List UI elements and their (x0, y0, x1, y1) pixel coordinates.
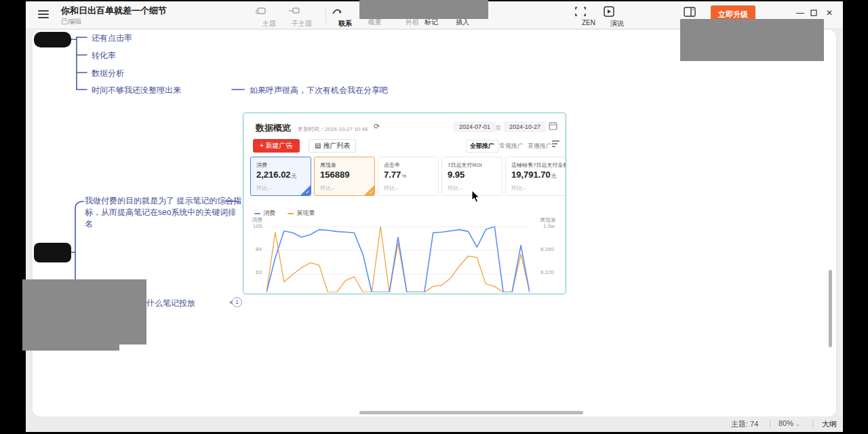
date-start-field[interactable]: 2024-07-01 (454, 121, 496, 132)
relation-arrow-icon (330, 5, 360, 18)
redaction-box-bottom-left-strip (22, 344, 119, 351)
right-tick-1w: 1.0w (543, 223, 555, 229)
list-grid-icon: ▤ (315, 142, 321, 149)
collapsed-count-badge[interactable]: 1 (232, 297, 242, 307)
zoom-value: 80% (778, 419, 793, 427)
mindmap-node-redacted-2[interactable] (34, 243, 71, 262)
zen-mode-button[interactable]: ZEN (574, 5, 604, 26)
toolbar-marker-label[interactable]: 标记 (425, 18, 438, 27)
legend-dash-blue (254, 213, 260, 214)
date-separator: 至 (496, 124, 501, 132)
metric-compare: 环比-- (320, 184, 334, 192)
chart-legend: 消费 展现量 (254, 205, 324, 218)
mindmap-node-redacted-1[interactable] (34, 32, 71, 47)
vertical-scrollbar[interactable] (829, 270, 832, 347)
mindmap-note-paid-purpose[interactable]: 我做付费的目的就是为了 提示笔记的综合指标，从而提高笔记在seo系统中的关键词排… (85, 195, 242, 230)
metric-card-ctr[interactable]: 点击率 7.77% 环比-- (378, 157, 439, 196)
check-icon: ✓ (369, 189, 374, 195)
horizontal-scrollbar[interactable] (359, 411, 583, 414)
promo-list-label: 推广列表 (323, 142, 350, 149)
toolbar-subtopic-button[interactable]: 子主题 (287, 5, 317, 28)
toolbar-subtopic-label: 子主题 (292, 20, 312, 27)
mindmap-child-analysis[interactable]: 数据分析 (92, 68, 124, 79)
metric-unit: 元 (292, 173, 297, 179)
statusbar-divider (770, 420, 770, 428)
zen-fullscreen-icon (574, 5, 604, 18)
refresh-icon[interactable]: ⟳ (374, 122, 380, 131)
redaction-box-top-center (359, 0, 488, 19)
topic-icon (254, 5, 284, 18)
mindmap-child-no-time[interactable]: 时间不够我还没整理出来 (92, 85, 181, 96)
toolbar-relation-label: 联系 (338, 20, 352, 27)
metric-label: 展现量 (320, 161, 336, 169)
metric-card-payment-amount[interactable]: 店铺销售7日总支付金额 19,791.70元 环比-- (505, 157, 566, 196)
mindmap-child-click-rate[interactable]: 还有点击率 (92, 33, 132, 44)
toolbar-divider (326, 8, 326, 23)
outline-button[interactable]: 大纲 (822, 419, 837, 429)
metric-value: 19,791.70 (511, 170, 551, 180)
metric-label: 7日总支付ROI (448, 161, 482, 169)
toolbar-topic-button[interactable]: 主题 (254, 5, 284, 28)
metric-label: 店铺销售7日总支付金额 (511, 161, 566, 169)
redaction-box-bottom-left (22, 279, 146, 344)
document-title: 你和日出百单就差一个细节 (61, 5, 167, 17)
promo-list-button[interactable]: ▤推广列表 (309, 139, 356, 153)
metric-label: 消费 (256, 161, 267, 169)
dashboard-image[interactable]: 数据概览 更新时间：2024-10-27 10:48 ⟳ 2024-07-01 … (243, 113, 566, 294)
mindmap-child-conversion[interactable]: 转化率 (92, 50, 116, 62)
metric-card-impressions[interactable]: 展现量 156889 环比-- ✓ (314, 157, 375, 196)
maximize-button[interactable] (808, 7, 820, 19)
tab-all-promo[interactable]: 全部推广 (466, 140, 498, 153)
metric-value: 2,216.02 (256, 170, 291, 180)
tab-regular-promo[interactable]: 常规推广 (496, 140, 527, 152)
sort-list-icon[interactable] (551, 140, 560, 148)
metric-compare: 环比-- (511, 184, 526, 192)
metric-value: 156889 (320, 170, 349, 180)
redaction-box-top-right (680, 19, 824, 61)
panel-toggle-icon[interactable] (684, 7, 696, 18)
chevron-down-icon: ⌄ (795, 421, 800, 427)
metric-compare: 环比-- (448, 184, 462, 192)
hamburger-menu-icon[interactable] (38, 10, 49, 18)
left-tick-63: 63 (256, 269, 262, 275)
minimize-button[interactable]: — (794, 7, 806, 19)
legend-label: 消费 (263, 210, 275, 216)
check-icon: ✓ (305, 189, 310, 195)
mindmap-node-which-notes[interactable]: 什么笔记投放 (146, 298, 195, 309)
calendar-icon[interactable] (549, 121, 557, 130)
right-tick-6120: 6,120 (540, 269, 554, 275)
toolbar-insert-label[interactable]: 插入 (456, 18, 469, 27)
metric-unit: % (401, 173, 406, 179)
legend-label: 展现量 (296, 210, 315, 216)
toolbar-boundary-label[interactable]: 外框 (406, 18, 419, 27)
close-button[interactable]: ✕ (823, 7, 835, 19)
metric-value: 9.95 (448, 170, 465, 180)
new-ad-button[interactable]: + 新建广告 (253, 139, 300, 153)
status-bar: 主题: 74 80% ⌄ 大纲 (26, 416, 843, 432)
metric-unit: 元 (551, 173, 557, 179)
zoom-level[interactable]: 80% ⌄ (778, 419, 800, 427)
dashboard-updated-time: 更新时间：2024-10-27 10:48 (298, 125, 368, 133)
metric-compare: 环比-- (256, 184, 271, 192)
legend-impressions[interactable]: 展现量 (288, 210, 315, 216)
dashboard-title: 数据概览 (256, 122, 291, 134)
toolbar-summary-label[interactable]: 概要 (368, 18, 382, 27)
toolbar-topic-label: 主题 (262, 20, 276, 27)
document-status: 已编辑 (61, 17, 81, 26)
metric-compare: 环比-- (384, 184, 398, 192)
metric-card-roi[interactable]: 7日总支付ROI 9.95 环比-- (441, 157, 502, 196)
mindmap-callout-share[interactable]: 如果呼声很高，下次有机会我在分享吧 (250, 85, 388, 96)
metric-card-spend[interactable]: 消费 2,216.02元 环比-- ✓ (250, 157, 311, 196)
zen-label: ZEN (582, 19, 595, 26)
presentation-label: 演说 (610, 20, 624, 27)
presentation-button[interactable]: 演说 (602, 5, 632, 28)
legend-dash-orange (288, 213, 294, 214)
date-end-field[interactable]: 2024-10-27 (504, 121, 546, 132)
subtopic-icon (287, 5, 317, 18)
left-tick-84: 84 (256, 246, 262, 252)
metric-value: 7.77 (384, 170, 401, 180)
statusbar-divider (812, 420, 813, 428)
toolbar-relation-button[interactable]: 联系 (330, 5, 360, 28)
legend-spend[interactable]: 消费 (254, 210, 275, 216)
right-tick-8160: 8,160 (540, 246, 554, 252)
